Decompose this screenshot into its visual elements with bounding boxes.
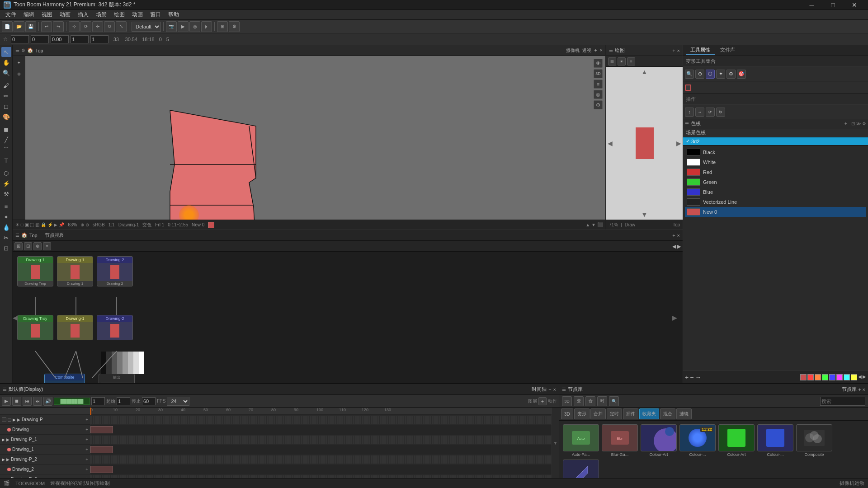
- lib-item-cutter[interactable]: Cutter: [563, 460, 599, 478]
- lib-item-colour-green[interactable]: Colour-Art: [718, 424, 755, 457]
- color-new-0[interactable]: New 0: [685, 207, 866, 217]
- track-add-2[interactable]: +: [85, 427, 88, 432]
- paint-tool[interactable]: 🎨: [1, 112, 11, 122]
- prop-icon-3[interactable]: ✦: [716, 70, 725, 79]
- sound-button[interactable]: 🔊: [43, 397, 52, 406]
- op-icon-1[interactable]: ↕: [685, 108, 694, 117]
- library-close-button[interactable]: ×: [863, 387, 865, 392]
- track-add-6[interactable]: +: [85, 467, 88, 472]
- preview-tb-3[interactable]: ≡: [627, 57, 635, 66]
- y-input[interactable]: [31, 35, 49, 43]
- node-tb-1[interactable]: ⊞: [14, 242, 23, 250]
- track-content-7[interactable]: [90, 474, 552, 479]
- line-tool[interactable]: ╱: [1, 135, 11, 145]
- menu-scene[interactable]: 场景: [92, 10, 110, 19]
- prop-icon-5[interactable]: 🎯: [737, 70, 746, 79]
- node-drawing-1[interactable]: Drawing-1 Drawing Tmp: [17, 256, 53, 286]
- timeline-content[interactable]: 0 10 20 30 40 50 60 70 80 90 100 110 120…: [90, 408, 552, 478]
- node-scroll-left[interactable]: ◀: [13, 314, 18, 321]
- settings-button[interactable]: ⚙: [229, 21, 240, 32]
- shape-tool[interactable]: ◼: [1, 124, 11, 134]
- warp-tool[interactable]: ⊡: [1, 243, 11, 253]
- prop-icon-6[interactable]: [685, 84, 691, 91]
- move-button[interactable]: ✛: [92, 21, 103, 32]
- lib-item-colour-2[interactable]: Colour-...: [757, 424, 793, 457]
- op-icon-4[interactable]: ↻: [716, 108, 725, 117]
- play-button[interactable]: ▶: [2, 397, 11, 406]
- viewport-settings-icon[interactable]: ⚙: [21, 48, 25, 53]
- vp-eye-button[interactable]: 👁: [594, 59, 603, 68]
- quick-color-2[interactable]: [815, 374, 821, 380]
- color-white[interactable]: White: [685, 157, 866, 167]
- track-expand-1[interactable]: ▶: [13, 418, 16, 422]
- node-drawing-1b[interactable]: Drawing-1 Drawing-1: [57, 256, 93, 286]
- lib-tb-search[interactable]: 🔍: [609, 396, 619, 406]
- vp-settings2-button[interactable]: ⚙: [594, 100, 603, 109]
- color-more-button[interactable]: ≫: [856, 121, 861, 126]
- z-input[interactable]: [51, 35, 69, 43]
- op-icon-3[interactable]: ⟳: [706, 108, 715, 117]
- preview-arrow-left[interactable]: ◀: [608, 140, 613, 147]
- menu-insert[interactable]: 插入: [74, 10, 92, 19]
- open-button[interactable]: 📂: [14, 21, 24, 32]
- quick-color-3[interactable]: [822, 374, 828, 380]
- node-tb-2[interactable]: ⊡: [24, 242, 32, 250]
- track-expand-2[interactable]: ▶: [2, 437, 5, 442]
- quick-color-5[interactable]: [836, 374, 843, 380]
- menu-window[interactable]: 窗口: [146, 10, 165, 19]
- layer-tool[interactable]: ≡: [1, 202, 11, 211]
- color-vectorized-line[interactable]: Vectorized Line: [685, 197, 866, 207]
- node-tb-3[interactable]: ⊕: [33, 242, 42, 250]
- node-canvas[interactable]: Drawing-1 Drawing Tmp Drawing-1 Drawing-…: [13, 252, 677, 383]
- bottom-arrow-up[interactable]: ▲: [585, 222, 590, 227]
- lib-item-blur[interactable]: Blur Blur-Ga...: [602, 424, 638, 457]
- next-frame-button[interactable]: ⏭: [33, 397, 42, 406]
- track-add-7[interactable]: +: [85, 477, 88, 478]
- node-add-button[interactable]: +: [672, 233, 675, 238]
- eraser-tool[interactable]: ◻: [1, 101, 11, 111]
- bottom-arrow-down[interactable]: ▼: [591, 222, 596, 227]
- frame-input[interactable]: [91, 397, 105, 405]
- onion-button[interactable]: ◎: [189, 21, 200, 32]
- color-black[interactable]: Black: [685, 147, 866, 157]
- lib-tb-3d[interactable]: 3D: [562, 396, 572, 406]
- library-menu-icon[interactable]: ☰: [562, 387, 566, 392]
- bottom-toggle[interactable]: ⬛: [597, 222, 603, 227]
- canvas-area[interactable]: [25, 56, 605, 220]
- scale-input[interactable]: [90, 35, 108, 43]
- node-drawing-1d[interactable]: Drawing-1: [57, 315, 93, 340]
- node-drawing-1c[interactable]: Drawing Troy: [17, 315, 53, 340]
- node-scroll-right[interactable]: ▶: [672, 314, 677, 321]
- viewport-add-button[interactable]: +: [594, 47, 597, 54]
- playback-button[interactable]: ⏵: [201, 21, 212, 32]
- angle-input[interactable]: [71, 35, 89, 43]
- camera-button[interactable]: 📷: [166, 21, 177, 32]
- prop-icon-2[interactable]: ⊕: [695, 70, 704, 79]
- track-vis-1[interactable]: [2, 418, 6, 422]
- select-tool[interactable]: ↖: [1, 47, 11, 57]
- transform-button[interactable]: ⟳: [80, 21, 91, 32]
- track-add-1[interactable]: +: [85, 417, 88, 422]
- zoom-controls[interactable]: ⊕ ⊖: [80, 222, 89, 227]
- prop-icon-1[interactable]: 🔍: [685, 70, 694, 79]
- track-content-4[interactable]: [90, 445, 552, 455]
- sub-color-button[interactable]: −: [690, 374, 693, 381]
- select-button[interactable]: ⊹: [69, 21, 80, 32]
- vp-tool-2[interactable]: ⚙: [14, 69, 24, 79]
- track-add-5[interactable]: +: [85, 457, 88, 462]
- rotate-button[interactable]: ↻: [104, 21, 115, 32]
- preset-dropdown[interactable]: Default: [132, 22, 161, 32]
- track-expand-4[interactable]: ▶: [2, 477, 5, 479]
- node-nav-right[interactable]: ▶: [677, 244, 681, 249]
- cat-favorites[interactable]: 收藏夹: [639, 408, 659, 419]
- viewport-perspective-tab[interactable]: 透视: [582, 47, 591, 54]
- minimize-button[interactable]: ─: [802, 0, 822, 10]
- viewport-menu-icon[interactable]: ☰: [15, 48, 19, 53]
- lib-item-colour-art[interactable]: Colour-Art: [641, 424, 677, 457]
- hand-tool[interactable]: ✋: [1, 57, 11, 67]
- lib-tb-transform[interactable]: 变: [574, 396, 584, 406]
- deform-tool[interactable]: ⬡: [1, 168, 11, 178]
- prop-icon-4[interactable]: ⚙: [726, 70, 736, 79]
- preview-close-button[interactable]: ×: [677, 48, 680, 53]
- end-frame-input[interactable]: [142, 397, 156, 405]
